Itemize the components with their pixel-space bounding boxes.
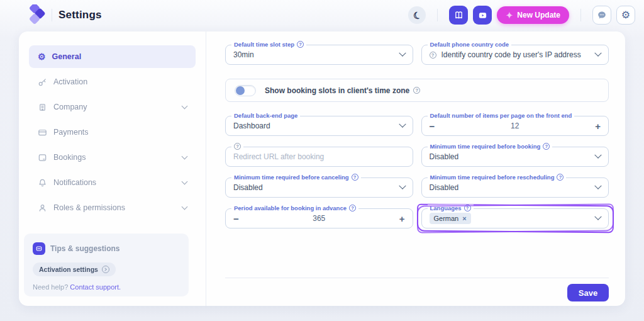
gear-icon: ⚙ [621,10,630,20]
timezone-toggle[interactable] [235,85,256,96]
toggle-label-text: Show booking slots in client's time zone [265,86,409,95]
tips-panel: Tips & suggestions Activation settings N… [24,234,189,296]
help-icon: ? [234,143,241,150]
chevron-down-icon [399,50,406,57]
building-icon [38,103,47,112]
activation-settings-label: Activation settings [39,266,98,273]
chevron-down-icon [182,204,188,210]
min-time-before-rescheduling-select[interactable]: Minimum time required before reschedulin… [421,177,609,198]
save-button[interactable]: Save [567,284,609,301]
need-help-text: Need help? [33,283,68,291]
chevron-down-icon [182,179,188,185]
settings-sidebar: ⚙ General Activation Company Payments Bo… [19,31,206,306]
field-label: Default number of items per page on the … [430,112,572,119]
chevron-right-icon [102,266,109,273]
language-tag-label: German [434,215,459,222]
book-icon [454,11,464,20]
field-value: Disabled [430,183,459,192]
field-value: Identify country code by user's IP addre… [441,50,581,59]
help-icon: ? [464,205,471,211]
sidebar-item-company[interactable]: Company [29,96,196,118]
field-label: Minimum time required before reschedulin… [430,174,555,181]
default-backend-page-select[interactable]: Default back-end page Dashboard [225,116,413,136]
help-icon: ? [413,87,420,94]
calendar-icon [38,153,47,162]
languages-select[interactable]: Languages? German × [421,208,609,228]
field-value: 30min [233,50,254,59]
footer-divider [225,278,609,278]
booking-advance-stepper: Period available for booking in advance?… [225,208,413,228]
sidebar-item-label: Roles & permissions [53,203,125,212]
field-value: Disabled [233,183,263,192]
help-icon: ? [557,174,564,181]
help-icon: ? [352,174,358,181]
default-phone-country-code-select[interactable]: Default phone country code ? Identify co… [421,45,609,65]
chevron-down-icon [594,213,601,220]
header-separator [52,9,52,21]
field-label: Default back-end page [234,112,297,119]
chevron-down-icon [594,183,601,189]
chat-icon [597,10,607,20]
tips-icon [33,242,45,255]
sidebar-item-notifications[interactable]: Notifications [29,171,196,194]
new-update-button[interactable]: ✦ New Update [497,6,569,24]
plus-button[interactable]: + [399,214,405,223]
sidebar-item-label: Company [53,103,87,111]
minus-button[interactable]: − [430,121,435,131]
video-icon [478,11,487,20]
video-tutorials-button[interactable] [473,6,492,25]
new-update-label: New Update [517,11,560,20]
key-icon [38,77,47,87]
field-label: Languages [430,205,462,211]
help-icon: ? [543,143,550,150]
min-time-before-canceling-select[interactable]: Minimum time required before canceling? … [225,177,413,198]
bell-icon [38,178,47,188]
remove-language-icon[interactable]: × [462,215,466,222]
field-label: Default phone country code [430,41,509,48]
support-chat-button[interactable] [592,6,611,25]
sidebar-item-general[interactable]: ⚙ General [29,45,196,68]
chevron-down-icon [594,50,601,57]
chevron-down-icon [182,103,188,110]
sidebar-item-roles-permissions[interactable]: Roles & permissions [29,196,196,219]
min-time-before-booking-select[interactable]: Minimum time required before booking? Di… [421,147,609,167]
sidebar-item-label: General [52,52,82,61]
timezone-toggle-row: Show booking slots in client's time zone… [225,79,609,102]
toggle-knob [236,86,245,95]
documentation-button[interactable] [449,6,468,25]
sidebar-item-payments[interactable]: Payments [29,121,196,144]
chevron-down-icon [399,183,406,189]
plus-button[interactable]: + [595,121,601,131]
sidebar-item-label: Payments [53,128,89,137]
app-header: Settings ☾ ✦ New Update [0,0,644,30]
sidebar-item-activation[interactable]: Activation [29,70,196,93]
help-icon: ? [297,41,304,48]
help-icon: ? [430,52,436,59]
field-value: 365 [313,214,325,223]
redirect-url-input[interactable] [233,152,405,161]
default-time-slot-step-select[interactable]: Default time slot step? 30min [225,45,413,65]
dark-mode-button[interactable]: ☾ [408,6,426,24]
header-separator [437,9,438,21]
quick-settings-button[interactable]: ⚙ [616,6,635,25]
header-separator [580,9,581,21]
language-tag: German × [430,213,471,224]
activation-settings-badge[interactable]: Activation settings [33,262,116,276]
chevron-down-icon [399,121,406,128]
person-icon [38,203,47,213]
items-per-page-stepper: Default number of items per page on the … [421,116,609,136]
field-label: Default time slot step [234,41,294,48]
redirect-url-field[interactable]: ? [225,147,413,167]
field-value: Disabled [430,152,459,161]
sidebar-item-bookings[interactable]: Bookings [29,146,196,169]
field-label: Minimum time required before booking [430,143,541,150]
contact-support-link[interactable]: Contact support. [70,283,121,291]
gear-icon: ⚙ [38,52,46,61]
sidebar-item-label: Notifications [53,178,96,187]
field-label: Minimum time required before canceling [234,174,349,181]
app-logo [24,4,45,26]
field-label: Period available for booking in advance [234,205,347,211]
credit-card-icon [38,128,47,137]
minus-button[interactable]: − [233,214,239,223]
sidebar-item-label: Bookings [53,153,86,162]
